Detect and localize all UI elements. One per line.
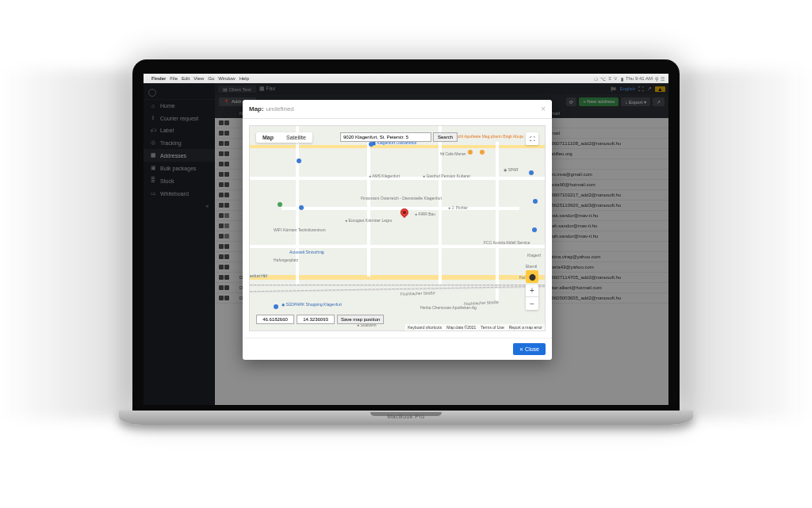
status-icon[interactable]: ⌥ bbox=[600, 76, 606, 82]
battery-icon[interactable]: ▮ bbox=[621, 76, 623, 82]
close-button[interactable]: Close bbox=[513, 343, 546, 355]
clock[interactable]: Thu 9:41 AM bbox=[626, 76, 653, 81]
map-search-bar: Search bbox=[340, 132, 458, 142]
menu-view[interactable]: View bbox=[193, 76, 204, 81]
coords-bar: Save map position bbox=[256, 315, 384, 324]
map-fullscreen-icon[interactable]: ⛶ bbox=[526, 132, 538, 145]
google-map[interactable]: la Palace ▉ Klagenfurt Ostbahnhof Fischl… bbox=[249, 125, 546, 331]
zoom-in-button[interactable]: + bbox=[526, 285, 538, 297]
map-tab-satellite[interactable]: Satellite bbox=[280, 132, 312, 143]
menubar-app[interactable]: Finder bbox=[151, 76, 166, 81]
macos-menubar: Finder File Edit View Go Window Help ⚆ ⌥… bbox=[144, 74, 668, 83]
status-icon[interactable]: ⚆ bbox=[594, 76, 598, 82]
menu-help[interactable]: Help bbox=[239, 76, 249, 81]
map-tab-map[interactable]: Map bbox=[256, 132, 280, 143]
map-modal: Map: undefined × la Palace ▉ Klagenfurt … bbox=[243, 100, 552, 360]
lat-input[interactable] bbox=[256, 315, 294, 324]
report-error-link[interactable]: Report a map error bbox=[509, 325, 542, 330]
zoom-out-button[interactable]: − bbox=[526, 297, 538, 310]
map-type-toggle: Map Satellite bbox=[256, 132, 312, 143]
save-position-button[interactable]: Save map position bbox=[337, 315, 384, 324]
map-search-input[interactable] bbox=[340, 132, 431, 142]
lng-input[interactable] bbox=[297, 315, 335, 324]
menu-file[interactable]: File bbox=[170, 76, 178, 81]
modal-title: Map: bbox=[249, 105, 264, 113]
app-window: ⌂Home⇪Courier request🏷Label◎Tracking▦Add… bbox=[144, 83, 668, 405]
keyboard-shortcuts-link[interactable]: Keyboard shortcuts bbox=[408, 325, 442, 330]
spotlight-icon[interactable]: ⚲ bbox=[655, 76, 658, 82]
menu-window[interactable]: Window bbox=[218, 76, 235, 81]
map-search-button[interactable]: Search bbox=[433, 132, 458, 142]
zoom-control: + − bbox=[526, 285, 538, 310]
terms-link[interactable]: Terms of Use bbox=[481, 325, 504, 330]
status-icon[interactable]: ≡ bbox=[608, 76, 611, 81]
modal-header: Map: undefined × bbox=[243, 100, 552, 119]
modal-close-icon[interactable]: × bbox=[541, 105, 546, 113]
device-label: MacBook Pro bbox=[387, 414, 425, 419]
modal-subtitle: undefined bbox=[266, 105, 294, 113]
menu-go[interactable]: Go bbox=[208, 76, 214, 81]
wifi-icon[interactable]: ᯤ bbox=[614, 76, 619, 81]
laptop-frame: Finder File Edit View Go Window Help ⚆ ⌥… bbox=[132, 59, 680, 416]
map-attribution: Keyboard shortcuts Map data ©2021 Terms … bbox=[405, 324, 545, 330]
control-center-icon[interactable]: ☰ bbox=[661, 76, 665, 82]
map-data-label: Map data ©2021 bbox=[446, 325, 476, 330]
pegman-icon[interactable]: ⬤ bbox=[526, 270, 538, 283]
screen: Finder File Edit View Go Window Help ⚆ ⌥… bbox=[144, 74, 668, 405]
menu-edit[interactable]: Edit bbox=[182, 76, 190, 81]
